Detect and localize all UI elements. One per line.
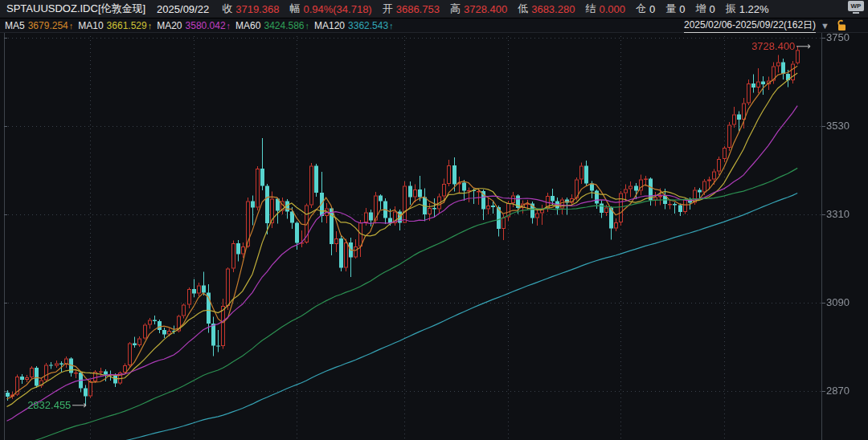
field-settle: 结0.000	[585, 2, 625, 16]
field-change: 幅0.94%(34.718)	[289, 2, 371, 16]
field-open: 开3686.753	[383, 2, 440, 16]
y-axis-tick: 3750	[826, 31, 865, 45]
candlestick-canvas[interactable]	[0, 0, 868, 440]
quote-header: SPTAUUSDOZ.IDC[伦敦金现] 2025/09/22 收3719.36…	[0, 0, 868, 18]
quote-date: 2025/09/22	[157, 3, 209, 15]
up-arrow-icon: ↑	[389, 21, 394, 31]
field-openinterest: 仓0	[636, 2, 655, 16]
ma60-legend: MA603424.586↑	[235, 20, 309, 31]
field-high: 高3728.400	[450, 2, 507, 16]
ma120-legend: MA1203362.543↑	[314, 20, 394, 31]
field-low: 低3683.280	[518, 2, 575, 16]
terminal-window: SPTAUUSDOZ.IDC[伦敦金现] 2025/09/22 收3719.36…	[0, 0, 868, 440]
ma-legend-bar: MA53679.254↑ MA103661.529↑ MA203580.042↑…	[0, 18, 868, 33]
arrow-right-icon: ⟶	[796, 40, 811, 52]
wenhua-logo-icon: WP	[847, 1, 865, 17]
high-price-annotation: 3728.400 ⟶	[751, 40, 811, 52]
y-axis-tick: 3310	[826, 207, 865, 222]
field-close: 收3719.368	[222, 2, 279, 16]
symbol-title: SPTAUUSDOZ.IDC[伦敦金现]	[6, 2, 145, 16]
ma20-legend: MA203580.042↑	[157, 20, 231, 31]
date-range-selector[interactable]: 2025/02/06-2025/09/22(162日)	[684, 18, 816, 33]
up-arrow-icon: ↑	[305, 21, 310, 31]
ma10-legend: MA103661.529↑	[78, 20, 152, 31]
ma5-legend: MA53679.254↑	[5, 20, 73, 31]
y-axis-tick: 3090	[826, 295, 865, 310]
chevron-down-icon[interactable]: ▼	[821, 21, 829, 31]
up-arrow-icon: ↑	[227, 21, 231, 31]
unlock-icon[interactable]	[836, 19, 847, 31]
up-arrow-icon: ↑	[69, 21, 74, 31]
field-increase: 增0	[695, 2, 714, 16]
y-axis-tick: 2870	[826, 384, 865, 398]
field-volume: 量0	[665, 2, 685, 16]
up-arrow-icon: ↑	[148, 21, 153, 31]
field-amplitude: 振1.22%	[726, 2, 769, 16]
low-price-annotation: 2832.455 ⟶	[27, 399, 87, 411]
arrow-right-icon: ⟶	[72, 399, 87, 411]
y-axis-tick: 3530	[826, 119, 865, 133]
